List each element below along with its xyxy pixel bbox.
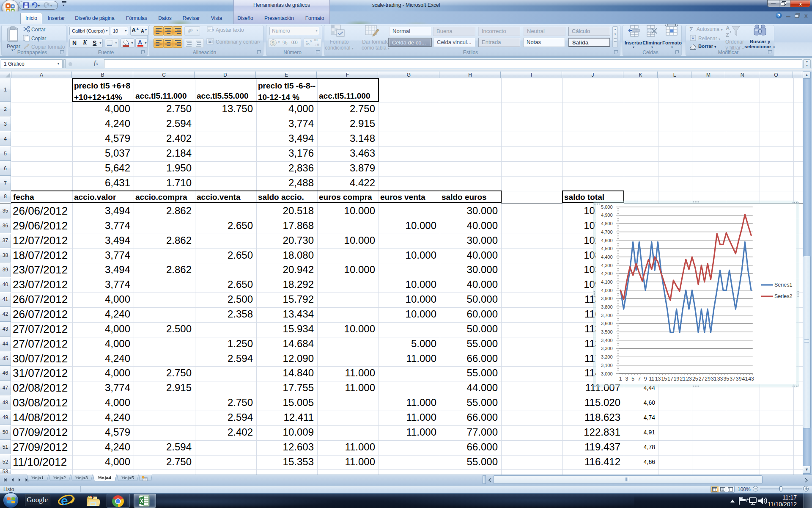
svg-text:3,300: 3,300 bbox=[601, 346, 613, 351]
svg-text:A: A bbox=[726, 25, 730, 31]
svg-text:4,000: 4,000 bbox=[601, 288, 613, 293]
svg-text:3,400: 3,400 bbox=[601, 338, 613, 343]
svg-text:31: 31 bbox=[711, 376, 717, 382]
svg-text:3,500: 3,500 bbox=[601, 329, 613, 334]
svg-text:Z: Z bbox=[726, 32, 729, 38]
svg-text:11: 11 bbox=[649, 376, 654, 382]
svg-text:13: 13 bbox=[655, 376, 661, 382]
svg-text:3,200: 3,200 bbox=[601, 354, 613, 359]
svg-text:5: 5 bbox=[631, 376, 634, 382]
svg-text:4,100: 4,100 bbox=[601, 279, 613, 284]
svg-text:5,000: 5,000 bbox=[601, 204, 613, 210]
svg-text:39: 39 bbox=[736, 376, 742, 382]
svg-text:a: a bbox=[209, 40, 211, 44]
svg-text:37: 37 bbox=[730, 376, 735, 382]
svg-text:3,900: 3,900 bbox=[601, 296, 613, 301]
svg-text:$: $ bbox=[272, 40, 274, 45]
svg-text:7: 7 bbox=[638, 376, 641, 382]
svg-text:4,700: 4,700 bbox=[601, 229, 613, 235]
svg-text:e: e bbox=[61, 494, 68, 508]
svg-text:43: 43 bbox=[748, 376, 754, 382]
svg-text:23: 23 bbox=[686, 376, 692, 382]
svg-text:21: 21 bbox=[680, 376, 686, 382]
svg-text:3,000: 3,000 bbox=[601, 371, 613, 376]
svg-text:35: 35 bbox=[723, 376, 729, 382]
svg-text:3,600: 3,600 bbox=[601, 321, 613, 326]
svg-text:9: 9 bbox=[644, 376, 647, 382]
svg-text:25: 25 bbox=[692, 376, 698, 382]
svg-text:19: 19 bbox=[674, 376, 680, 382]
svg-text:17: 17 bbox=[667, 376, 673, 382]
svg-text:33: 33 bbox=[717, 376, 723, 382]
svg-text:27: 27 bbox=[699, 376, 705, 382]
svg-text:4,300: 4,300 bbox=[601, 263, 613, 268]
svg-text:4,900: 4,900 bbox=[601, 213, 613, 218]
svg-text:3,800: 3,800 bbox=[601, 304, 613, 309]
svg-text:4,400: 4,400 bbox=[601, 254, 613, 260]
svg-text:Series2: Series2 bbox=[774, 293, 792, 299]
svg-text:3: 3 bbox=[625, 376, 628, 382]
svg-text:15: 15 bbox=[661, 376, 667, 382]
svg-text:3,100: 3,100 bbox=[601, 363, 613, 368]
svg-text:Series1: Series1 bbox=[774, 282, 792, 288]
svg-text:29: 29 bbox=[705, 376, 710, 382]
svg-text:4,800: 4,800 bbox=[601, 221, 613, 226]
svg-text:4,500: 4,500 bbox=[601, 246, 613, 251]
svg-text:4,600: 4,600 bbox=[601, 238, 613, 243]
svg-text:41: 41 bbox=[742, 376, 748, 382]
svg-text:1: 1 bbox=[619, 376, 622, 382]
svg-text:3,700: 3,700 bbox=[601, 313, 613, 318]
svg-text:4,200: 4,200 bbox=[601, 271, 613, 276]
